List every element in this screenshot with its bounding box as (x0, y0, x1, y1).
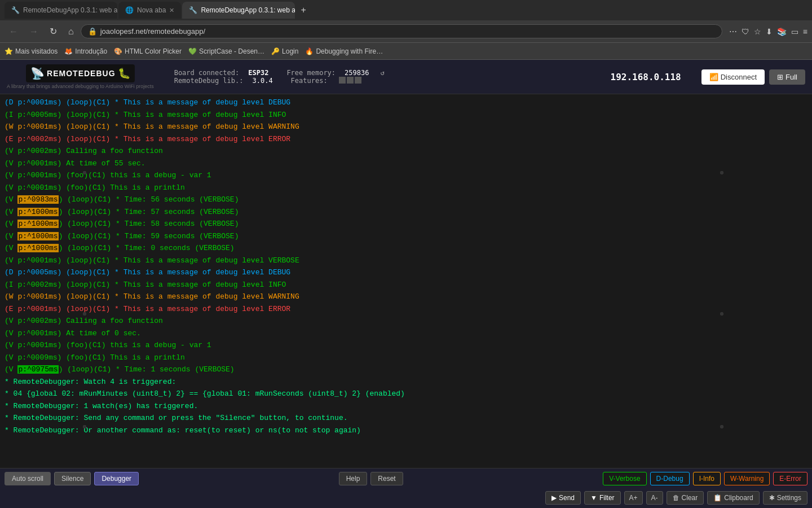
auto-scroll-button[interactable]: Auto scroll (5, 472, 51, 485)
highlight-time-11: p:^1000ms (17, 220, 58, 228)
bookmark-scriptcase[interactable]: 💚 ScriptCase - Desen… (188, 47, 264, 55)
info-button[interactable]: I-Info (693, 472, 721, 485)
highlight-time-13: p:^1000ms (17, 244, 58, 252)
bookmarks-bar: ⭐ Mais visitados 🦊 Introdução 🎨 HTML Col… (0, 43, 812, 60)
warning-button[interactable]: W-Warning (724, 472, 770, 485)
bug-icon: 🐛 (118, 67, 130, 80)
tab-1[interactable]: 🔧 RemoteDebugApp 0.3.1: web a… ✕ (5, 2, 117, 19)
nav-icons: ⋯ 🛡 ☆ ⬇ 📚 ▭ ≡ (729, 27, 807, 36)
forward-button[interactable]: → (25, 24, 43, 39)
tab-close-2[interactable]: ✕ (169, 7, 174, 14)
console-line-26: * RemoteDebugger: 1 watch(es) has trigge… (0, 400, 812, 413)
console-line-25: * 04 {global 02: mRunMinutes (uint8_t) 2… (0, 388, 812, 400)
bottom-toolbar: Auto scroll Silence Debugger Help Reset … (0, 468, 812, 508)
logo-box: 📡 REMOTEDEBUG 🐛 (26, 64, 134, 82)
disconnect-button[interactable]: 📶 Disconnect (701, 69, 765, 85)
bookmark-debug[interactable]: 🔥 Debugging with Fire… (305, 47, 383, 55)
bookmark-color[interactable]: 🎨 HTML Color Picker (114, 47, 182, 55)
full-button[interactable]: ⊞ Full (769, 69, 805, 85)
tab-label-2: Nova aba (137, 6, 166, 14)
tab-label-3: RemoteDebugApp 0.3.1: web a… (201, 6, 295, 14)
highlight-time-12: p:^1000ms (17, 232, 58, 240)
debug-console[interactable]: (D p:^0001ms) (loop)(C1) * This is a mes… (0, 94, 812, 468)
help-button[interactable]: Help (339, 472, 368, 485)
console-line-10: (V p:^1000ms) (loop)(C1) * Time: 57 seco… (0, 206, 812, 218)
back-button[interactable]: ← (5, 24, 23, 39)
tab-favicon-2: 🌐 (125, 6, 134, 14)
new-tab-button[interactable]: + (296, 5, 310, 15)
board-info-line2: RemoteDebug lib.: 3.0.4 Features: (174, 77, 590, 85)
board-info-line1: Board connected: ESP32 Free memory: 2598… (174, 69, 590, 77)
bookmark-login[interactable]: 🔑 Login (271, 47, 298, 55)
filter-button[interactable]: ▼ Filter (584, 491, 621, 505)
clear-button[interactable]: 🗑 Clear (667, 491, 704, 505)
console-line-7: (V p:^0001ms) (foo)(C1) this is a debug … (0, 169, 812, 182)
tab-2[interactable]: 🌐 Nova aba ✕ (118, 2, 181, 19)
disconnect-label: Disconnect (721, 73, 757, 81)
error-button[interactable]: E-Error (773, 472, 807, 485)
ip-address: 192.168.0.118 (599, 72, 692, 82)
clipboard-label: Clipboard (724, 494, 753, 502)
console-line-14: (V p:^0001ms) (loop)(C1) * This is a mes… (0, 255, 812, 267)
feat-block-1 (339, 77, 346, 84)
console-line-21: (V p:^0001ms) (foo)(C1) this is a debug … (0, 339, 812, 352)
filter-label: Filter (599, 494, 615, 502)
clipboard-button[interactable]: 📋 Clipboard (707, 491, 759, 505)
filter-icon: ▼ (590, 494, 597, 502)
app-header: 📡 REMOTEDEBUG 🐛 A library that brings ad… (0, 60, 812, 94)
features-blocks (339, 77, 361, 85)
console-line-16: (I p:^0002ms) (loop)(C1) * This is a mes… (0, 279, 812, 291)
highlight-time-9: p:^0983ms (17, 195, 58, 204)
toolbar-row2: ▶ Send ▼ Filter A+ A- 🗑 Clear 📋 Clipboar… (0, 489, 812, 508)
console-line-28: * RemoteDebugger: Or another command as:… (0, 424, 812, 437)
tab-favicon-1: 🔧 (11, 6, 20, 14)
debug-button[interactable]: D-Debug (650, 472, 690, 485)
header-buttons: 📶 Disconnect ⊞ Full (701, 69, 805, 85)
url-bar[interactable]: 🔒 joaolopesf.net/remotedebugapp/ (81, 24, 722, 38)
console-line-24: * RemoteDebugger: Watch 4 is triggered: (0, 376, 812, 388)
toolbar-row1: Auto scroll Silence Debugger Help Reset … (0, 468, 812, 489)
console-line-13: (V p:^1000ms) (loop)(C1) * Time: 0 secon… (0, 242, 812, 255)
logo-text: REMOTEDEBUG (47, 69, 115, 78)
console-line-12: (V p:^1000ms) (loop)(C1) * Time: 59 seco… (0, 230, 812, 243)
console-line-23: (V p:^0975ms) (loop)(C1) * Time: 1 secon… (0, 364, 812, 376)
a-plus-button[interactable]: A+ (624, 491, 643, 505)
overflow-icon[interactable]: ⋯ (729, 27, 737, 36)
reader-icon[interactable]: 🛡 (742, 27, 749, 36)
silence-button[interactable]: Silence (54, 472, 91, 485)
feat-block-3 (355, 77, 361, 84)
url-text: joaolopesf.net/remotedebugapp/ (100, 27, 715, 36)
refresh-button[interactable]: ↻ (45, 24, 61, 39)
console-line-3: (W p:^0001ms) (loop)(C1) * This is a mes… (0, 121, 812, 133)
highlight-time-10: p:^1000ms (17, 208, 58, 216)
console-line-11: (V p:^1000ms) (loop)(C1) * Time: 58 seco… (0, 218, 812, 230)
console-line-15: (D p:^0005ms) (loop)(C1) * This is a mes… (0, 266, 812, 279)
settings-label: Settings (777, 494, 801, 502)
bookmark-intro[interactable]: 🦊 Introdução (64, 47, 107, 55)
library-icon[interactable]: 📚 (777, 27, 787, 36)
star-icon[interactable]: ☆ (754, 27, 761, 36)
send-label: Send (559, 494, 575, 502)
menu-icon[interactable]: ≡ (803, 27, 807, 36)
tab-3[interactable]: 🔧 RemoteDebugApp 0.3.1: web a… ✕ (182, 2, 295, 19)
console-line-27: * RemoteDebugger: Send any command or pr… (0, 412, 812, 424)
console-line-5: (V p:^0002ms) Calling a foo function (0, 145, 812, 157)
verbose-button[interactable]: V-Verbose (603, 472, 646, 485)
refresh-mem-icon[interactable]: ↺ (380, 69, 384, 77)
debugger-button[interactable]: Debugger (94, 472, 139, 485)
a-minus-button[interactable]: A- (646, 491, 663, 505)
board-info: Board connected: ESP32 Free memory: 2598… (163, 69, 590, 85)
console-line-1: (D p:^0001ms) (loop)(C1) * This is a mes… (0, 97, 812, 109)
settings-button[interactable]: ✱ Settings (763, 491, 807, 505)
reset-button[interactable]: Reset (370, 472, 403, 485)
console-line-19: (V p:^0002ms) Calling a foo function (0, 315, 812, 327)
home-button[interactable]: ⌂ (64, 24, 78, 39)
board-label: Board connected: (174, 69, 240, 77)
send-button[interactable]: ▶ Send (545, 491, 581, 505)
console-line-6: (V p:^0001ms) At time of 55 sec. (0, 157, 812, 170)
sidebar-icon[interactable]: ▭ (791, 27, 798, 36)
bookmark-visited[interactable]: ⭐ Mais visitados (5, 47, 58, 55)
download-icon[interactable]: ⬇ (766, 27, 773, 36)
console-line-2: (I p:^0005ms) (loop)(C1) * This is a mes… (0, 109, 812, 121)
lib-value: 3.0.4 (252, 77, 272, 85)
